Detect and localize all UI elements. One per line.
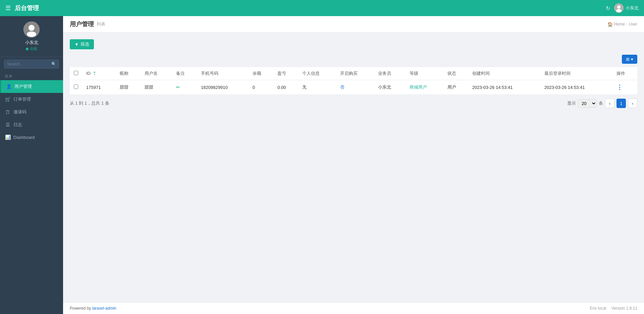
cell-remark: ✏: [172, 80, 197, 95]
cell-username: 甜甜: [141, 80, 172, 95]
columns-button[interactable]: ⊞ ▾: [622, 55, 637, 64]
table-row: 175971 甜甜 甜甜 ✏ 18209829910 0 0.00 无 否 小东…: [70, 80, 637, 95]
sort-icon-id: ▲ ▼: [93, 71, 96, 76]
cell-open-purchase: 否: [336, 80, 374, 95]
sidebar-item-order-management[interactable]: 🛒 订单管理: [0, 93, 63, 106]
top-user-name: 小东北: [626, 5, 639, 11]
breadcrumb: 🏠 Home › User: [607, 22, 637, 27]
refresh-button[interactable]: ↻: [606, 5, 610, 11]
table-toolbar: ⊞ ▾: [70, 55, 637, 64]
svg-point-2: [616, 9, 622, 12]
page-1-button[interactable]: 1: [616, 99, 626, 108]
version-info: Version 1.8.11: [611, 306, 637, 311]
pagination-area: 从 1 到 1，总共 1 条 显示 10 20 50 100 条 ‹ 1 ›: [70, 95, 637, 108]
col-nickname: 昵称: [116, 67, 141, 80]
sidebar-item-dashboard-label: Dashboard: [13, 135, 35, 140]
page-subtitle: 列表: [97, 21, 105, 27]
logs-icon: ☰: [5, 122, 11, 127]
col-last-login: 最后登录时间: [540, 67, 612, 80]
filter-icon: ▼: [74, 42, 79, 47]
sidebar-status: 在线: [26, 46, 37, 51]
footer: Powered by laravel-admin Env local Versi…: [63, 302, 644, 314]
row-checkbox[interactable]: [74, 85, 78, 89]
search-input[interactable]: [4, 60, 59, 68]
columns-icon: ⊞: [626, 57, 630, 62]
sidebar-item-invitation-code[interactable]: 🗒 邀请码: [0, 106, 63, 118]
col-remark: 备注: [172, 67, 197, 80]
pagination-controls: 显示 10 20 50 100 条 ‹ 1 ›: [567, 99, 637, 108]
svg-point-4: [29, 25, 35, 31]
filter-bar: ▼ 筛选: [70, 39, 637, 49]
cell-balance: 0: [249, 80, 273, 95]
cell-status: 用户: [443, 80, 468, 95]
col-profit-loss: 盈亏: [273, 67, 298, 80]
col-level: 等级: [406, 67, 443, 80]
cell-created-at: 2023-03-26 14:53:41: [468, 80, 540, 95]
hamburger-button[interactable]: ☰: [5, 4, 11, 12]
col-status: 状态: [443, 67, 468, 80]
next-page-button[interactable]: ›: [628, 99, 637, 108]
sidebar-user-section: 小东北 在线: [0, 16, 63, 57]
breadcrumb-home[interactable]: Home: [614, 22, 625, 27]
user-icon: 👤: [6, 84, 12, 89]
env-info: Env local: [590, 306, 606, 311]
sidebar-search-area: 🔍: [0, 57, 63, 71]
col-personal-info: 个人信息: [298, 67, 336, 80]
prev-page-button[interactable]: ‹: [605, 99, 614, 108]
cell-level: 商城用户: [406, 80, 443, 95]
cell-last-login: 2023-03-26 14:53:41: [540, 80, 612, 95]
page-title: 用户管理: [70, 20, 94, 28]
col-phone: 手机号码: [197, 67, 249, 80]
sidebar-avatar: [23, 21, 40, 38]
select-all-header: [70, 67, 82, 80]
row-actions-button[interactable]: ⋮: [616, 84, 623, 91]
per-page-label: 条: [599, 100, 603, 106]
col-open-purchase: 开启购买: [336, 67, 374, 80]
pagination-info: 从 1 到 1，总共 1 条: [70, 100, 109, 106]
breadcrumb-current: User: [629, 22, 637, 27]
col-created-at: 创建时间: [468, 67, 540, 80]
row-checkbox-cell: [70, 80, 82, 95]
cell-actions: ⋮: [612, 80, 637, 95]
svg-point-1: [617, 5, 621, 9]
data-table: ID ▲ ▼ 昵称 用户名 备注 手机号码 余额 盈亏: [70, 67, 637, 95]
cell-phone: 18209829910: [197, 80, 249, 95]
menu-label: 菜单: [0, 71, 63, 80]
sidebar-item-dashboard[interactable]: 📊 Dashboard: [0, 131, 63, 143]
col-balance: 余额: [249, 67, 273, 80]
cell-profit-loss: 0.00: [273, 80, 298, 95]
app-title: 后台管理: [15, 4, 39, 12]
level-link[interactable]: 商城用户: [410, 85, 427, 90]
avatar: [614, 3, 624, 13]
open-purchase-link[interactable]: 否: [340, 85, 344, 90]
col-id: ID ▲ ▼: [82, 67, 116, 80]
sidebar-item-user-label: 用户管理: [14, 84, 32, 90]
status-dot: [26, 48, 29, 50]
sidebar-item-logs-label: 日志: [13, 122, 22, 128]
cell-salesperson: 小东北: [374, 80, 406, 95]
sidebar-item-user-management[interactable]: 👤 用户管理: [0, 80, 63, 93]
select-all-checkbox[interactable]: [74, 71, 78, 75]
dashboard-icon: 📊: [5, 135, 11, 140]
filter-button[interactable]: ▼ 筛选: [70, 39, 94, 49]
remark-edit-button[interactable]: ✏: [176, 85, 180, 90]
sidebar-item-order-label: 订单管理: [13, 96, 31, 102]
page-header: 用户管理 列表 🏠 Home › User: [63, 16, 644, 33]
col-salesperson: 业务员: [374, 67, 406, 80]
cell-personal-info: 无: [298, 80, 336, 95]
user-menu[interactable]: 小东北: [614, 3, 639, 13]
cell-id: 175971: [82, 80, 116, 95]
page-size-select[interactable]: 10 20 50 100: [578, 99, 597, 108]
invitation-icon: 🗒: [5, 109, 11, 115]
laravel-admin-link[interactable]: laravel-admin: [92, 306, 116, 311]
search-icon: 🔍: [51, 62, 56, 66]
cart-icon: 🛒: [5, 97, 11, 102]
sidebar-username: 小东北: [25, 40, 38, 46]
svg-point-5: [27, 32, 36, 37]
home-icon: 🏠: [607, 22, 613, 27]
col-actions: 操作: [612, 67, 637, 80]
sidebar-item-logs[interactable]: ☰ 日志: [0, 118, 63, 131]
footer-right: Env local Version 1.8.11: [590, 306, 637, 311]
cell-nickname: 甜甜: [116, 80, 141, 95]
sidebar-item-invitation-label: 邀请码: [13, 109, 26, 115]
